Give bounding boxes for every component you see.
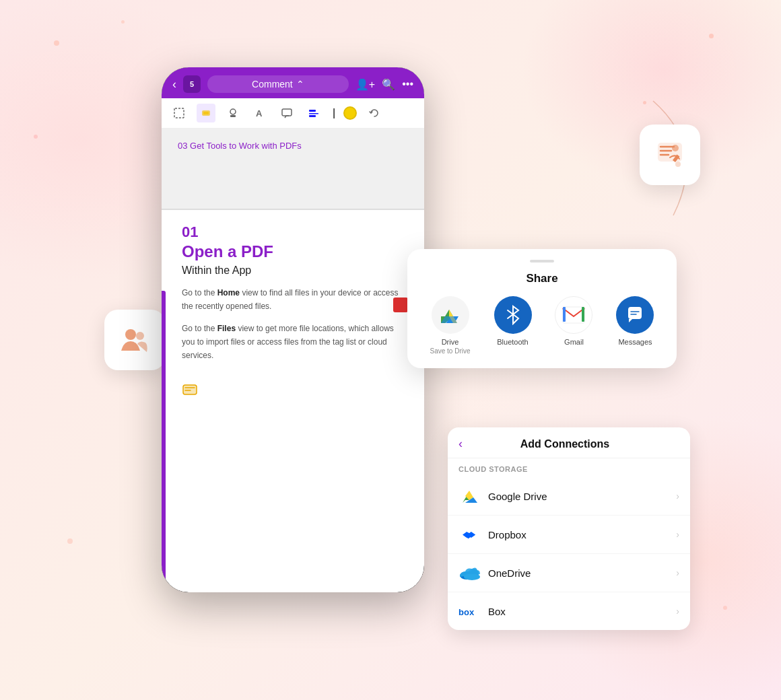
connections-back-button[interactable]: ‹ — [459, 437, 463, 451]
strikethrough-tool[interactable] — [304, 104, 323, 123]
pdf-main-content: 01 Open a PDF Within the App Go to the H… — [162, 210, 424, 416]
dropbox-label: Dropbox — [488, 529, 676, 540]
cloud-storage-label: CLOUD STORAGE — [448, 458, 690, 477]
onedrive-chevron: › — [676, 567, 679, 578]
highlight-tool[interactable] — [197, 104, 215, 123]
svg-rect-13 — [309, 113, 318, 114]
connection-onedrive[interactable]: OneDrive › — [448, 554, 690, 592]
svg-rect-5 — [174, 108, 184, 118]
bluetooth-icon — [494, 296, 532, 334]
search-icon[interactable]: 🔍 — [382, 78, 395, 91]
text-tool[interactable]: A — [250, 104, 269, 123]
pdf-body-2: Go to the Files view to get more file lo… — [182, 322, 408, 363]
select-tool[interactable] — [170, 104, 189, 123]
drive-label: Drive — [442, 338, 459, 346]
deco-dot — [34, 135, 38, 139]
back-button[interactable]: ‹ — [172, 77, 176, 92]
chat-icon — [182, 383, 408, 403]
box-icon: box — [459, 600, 480, 622]
share-handle — [530, 260, 554, 262]
dropbox-chevron: › — [676, 529, 679, 540]
svg-text:A: A — [256, 108, 263, 118]
share-app-gmail[interactable]: Gmail — [555, 296, 592, 355]
page-badge: 5 — [183, 75, 201, 93]
gmail-label: Gmail — [564, 338, 584, 346]
comment-tool[interactable] — [277, 104, 296, 123]
header-icons: 👤+ 🔍 ••• — [355, 78, 413, 91]
phone-device: ‹ 5 Comment ⌃ 👤+ 🔍 ••• — [162, 67, 424, 592]
gmail-icon — [555, 296, 592, 334]
svg-rect-20 — [563, 307, 566, 322]
pdf-content: 03 Get Tools to Work with PDFs 01 Open a… — [162, 129, 424, 592]
pdf-subtitle: Within the App — [182, 265, 408, 277]
connection-google-drive[interactable]: Google Drive › — [448, 477, 690, 516]
annotation-float-card — [640, 125, 700, 185]
svg-point-4 — [136, 332, 144, 340]
deco-dot — [54, 40, 59, 46]
stamp-tool[interactable] — [224, 104, 242, 123]
svg-rect-7 — [203, 112, 209, 114]
share-app-messages[interactable]: Messages — [616, 296, 654, 355]
deco-dot — [709, 34, 714, 38]
comment-button[interactable]: Comment ⌃ — [207, 75, 349, 93]
share-app-drive[interactable]: Drive Save to Drive — [430, 296, 470, 355]
messages-label: Messages — [618, 338, 652, 346]
pdf-main-section: 01 Open a PDF Within the App Go to the H… — [162, 210, 424, 416]
onedrive-label: OneDrive — [488, 567, 676, 579]
messages-icon — [616, 296, 654, 334]
pdf-bookmark — [393, 298, 408, 312]
svg-rect-12 — [309, 110, 316, 112]
svg-rect-9 — [230, 115, 236, 117]
onedrive-icon — [459, 562, 480, 584]
google-drive-icon — [459, 485, 480, 507]
pdf-top-text: 03 Get Tools to Work with PDFs — [178, 141, 302, 151]
pdf-page-top: 03 Get Tools to Work with PDFs — [162, 129, 424, 209]
undo-button[interactable] — [365, 104, 384, 123]
deco-dot — [67, 538, 73, 544]
bluetooth-label: Bluetooth — [497, 338, 528, 346]
connection-dropbox[interactable]: Dropbox › — [448, 516, 690, 554]
add-user-icon[interactable]: 👤+ — [355, 78, 375, 91]
share-apps-row: Drive Save to Drive Bluetooth — [421, 296, 663, 355]
svg-rect-21 — [582, 307, 584, 322]
dropbox-icon — [459, 524, 480, 545]
drive-sublabel: Save to Drive — [430, 347, 470, 355]
pdf-body-1: Go to the Home view to find all files in… — [182, 286, 408, 314]
annotation-icon — [654, 139, 686, 171]
share-app-bluetooth[interactable]: Bluetooth — [494, 296, 532, 355]
share-card: Share Drive Save to Drive — [407, 249, 677, 368]
pdf-section-number: 01 — [182, 223, 408, 241]
pdf-section-bar — [162, 291, 166, 592]
annotation-toolbar: A | — [162, 98, 424, 129]
svg-rect-11 — [282, 109, 292, 116]
connections-card: ‹ Add Connections CLOUD STORAGE Google D… — [448, 427, 690, 630]
box-chevron: › — [676, 606, 679, 617]
box-label: Box — [488, 606, 676, 617]
connections-title: Add Connections — [469, 438, 660, 450]
share-title: Share — [421, 272, 663, 285]
connections-header: ‹ Add Connections — [448, 427, 690, 458]
separator: | — [333, 107, 335, 119]
svg-point-1 — [675, 162, 681, 167]
phone-header: ‹ 5 Comment ⌃ 👤+ 🔍 ••• — [162, 67, 424, 98]
svg-rect-15 — [183, 385, 197, 394]
svg-point-2 — [672, 145, 679, 151]
drive-icon-circle — [432, 296, 469, 334]
color-picker[interactable] — [343, 106, 357, 120]
google-drive-chevron: › — [676, 491, 679, 501]
users-float-card — [104, 310, 165, 370]
more-icon[interactable]: ••• — [402, 78, 413, 91]
deco-dot — [723, 606, 727, 610]
svg-point-8 — [230, 109, 236, 114]
svg-point-3 — [125, 329, 136, 340]
svg-text:box: box — [459, 607, 475, 617]
svg-rect-14 — [309, 115, 316, 117]
deco-dot — [121, 20, 125, 24]
connection-box[interactable]: box Box › — [448, 592, 690, 630]
users-icon — [117, 322, 152, 357]
pdf-title: Open a PDF — [182, 242, 408, 262]
google-drive-label: Google Drive — [488, 491, 676, 502]
